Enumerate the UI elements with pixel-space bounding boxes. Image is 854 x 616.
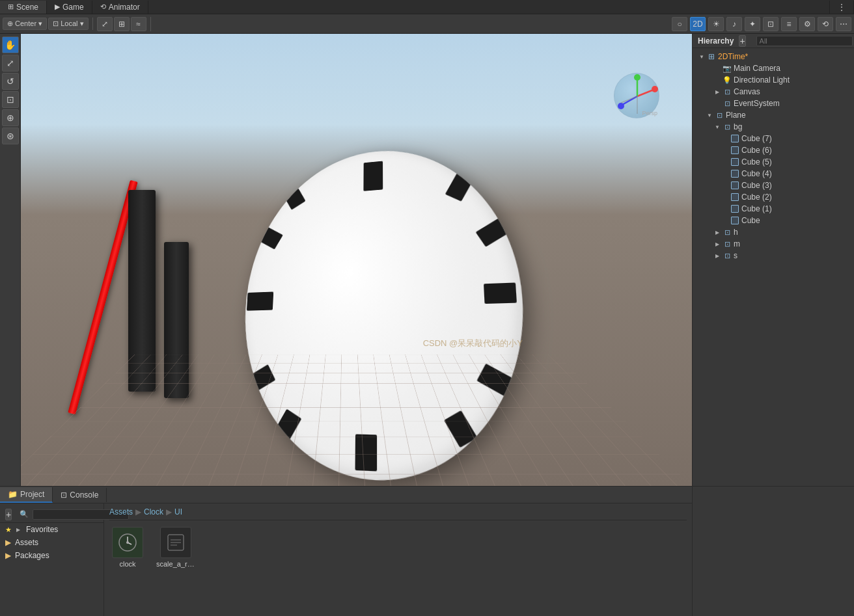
tree-cube-6[interactable]: Cube (6) bbox=[693, 144, 854, 156]
stats-btn[interactable]: ≡ bbox=[781, 17, 797, 31]
tree-cube-4[interactable]: Cube (4) bbox=[693, 168, 854, 180]
tree-bg[interactable]: ▼ ⊡ bg bbox=[693, 121, 854, 133]
console-tab-label: Console bbox=[70, 490, 98, 500]
move-tool[interactable]: ⤢ bbox=[2, 55, 19, 72]
svg-point-11 bbox=[126, 541, 129, 544]
s-arrow: ▶ bbox=[713, 252, 721, 260]
tree-cube[interactable]: Cube bbox=[693, 215, 854, 226]
rect-tool[interactable]: ⊡ bbox=[2, 91, 19, 108]
project-panel: 📁 Project ⊡ Console + 🔍 ★ ▶ Favorites bbox=[0, 487, 692, 616]
cube4-icon bbox=[730, 169, 739, 178]
asset-scale[interactable]: scale_a_roma_1_aaa bbox=[154, 524, 198, 570]
tree-cube-5[interactable]: Cube (5) bbox=[693, 156, 854, 168]
breadcrumb-clock[interactable]: Clock bbox=[144, 507, 163, 516]
hierarchy-search[interactable] bbox=[756, 36, 853, 46]
tab-animator[interactable]: ⟲ Animator bbox=[92, 1, 148, 14]
cube1-arrow bbox=[721, 205, 729, 213]
cube2-icon bbox=[730, 193, 739, 202]
m-arrow: ▶ bbox=[713, 240, 721, 248]
bottom-area: 📁 Project ⊡ Console + 🔍 ★ ▶ Favorites bbox=[0, 486, 854, 616]
tree-directional-light[interactable]: 💡 Directional Light bbox=[693, 74, 854, 86]
sidebar-assets[interactable]: ▶ Assets bbox=[0, 536, 103, 549]
bg-icon: ⊡ bbox=[723, 122, 732, 131]
eventsystem-arrow bbox=[713, 100, 721, 107]
tree-cube-1[interactable]: Cube (1) bbox=[693, 203, 854, 215]
breadcrumb-ui[interactable]: UI bbox=[174, 507, 182, 516]
tree-s[interactable]: ▶ ⊡ s bbox=[693, 250, 854, 261]
main-toolbar: ⊕ Center ▾ ⊡ Local ▾ ⤢ ⊞ ≈ ○ 2D ☀ ♪ ✦ ⊡ … bbox=[0, 14, 854, 34]
cube3-arrow bbox=[721, 181, 729, 189]
cube-1-label: Cube (1) bbox=[741, 204, 772, 213]
project-add-btn[interactable]: + bbox=[5, 509, 12, 520]
h-icon: ⊡ bbox=[723, 228, 732, 237]
cube6-arrow bbox=[721, 146, 729, 154]
tree-cube-7[interactable]: Cube (7) bbox=[693, 133, 854, 144]
center-button[interactable]: ⊕ Center ▾ bbox=[3, 18, 47, 30]
render-btn[interactable]: ⟲ bbox=[818, 17, 833, 31]
local-button[interactable]: ⊡ Local ▾ bbox=[48, 18, 88, 30]
project-panel-header: 📁 Project ⊡ Console bbox=[0, 487, 692, 503]
scene-view-btn[interactable]: ⊡ bbox=[763, 17, 778, 31]
wave-btn[interactable]: ≈ bbox=[131, 17, 146, 31]
hour-hand-object bbox=[128, 190, 156, 392]
sidebar-favorites[interactable]: ★ ▶ Favorites bbox=[0, 523, 103, 536]
tree-cube-2[interactable]: Cube (2) bbox=[693, 191, 854, 203]
tree-main-camera[interactable]: 📷 Main Camera bbox=[693, 62, 854, 74]
hierarchy-title: Hierarchy bbox=[698, 36, 734, 46]
tab-game[interactable]: ▶ Game bbox=[47, 1, 92, 14]
asset-scale-label: scale_a_roma_1_aaa bbox=[156, 560, 195, 568]
cube-3-label: Cube (3) bbox=[741, 181, 772, 190]
tab-scene[interactable]: ⊞ Scene bbox=[0, 1, 47, 14]
tree-m[interactable]: ▶ ⊡ m bbox=[693, 238, 854, 250]
tab-console[interactable]: ⊡ Console bbox=[53, 488, 107, 502]
animator-tab-icon: ⟲ bbox=[100, 3, 106, 11]
tab-project[interactable]: 📁 Project bbox=[0, 487, 53, 503]
hierarchy-add-btn[interactable]: + bbox=[739, 35, 745, 47]
rotate-tool[interactable]: ↺ bbox=[2, 73, 19, 90]
custom-tool[interactable]: ⊛ bbox=[2, 127, 19, 144]
assets-folder-icon: ▶ bbox=[5, 538, 11, 547]
project-tab-icon: 📁 bbox=[8, 490, 18, 499]
2d-button[interactable]: 2D bbox=[690, 17, 706, 31]
audio-btn[interactable]: ♪ bbox=[726, 17, 742, 31]
packages-label: Packages bbox=[15, 551, 49, 560]
canvas-label: Canvas bbox=[734, 87, 760, 96]
m-label: m bbox=[734, 239, 740, 248]
tree-eventsystem[interactable]: ⊡ EventSystem bbox=[693, 98, 854, 109]
cube4-arrow bbox=[721, 170, 729, 178]
bg-arrow: ▼ bbox=[713, 123, 721, 131]
gizmo-sphere: Persp bbox=[614, 73, 659, 118]
move-tool-btn[interactable]: ⤢ bbox=[97, 17, 113, 31]
light-arrow bbox=[713, 76, 721, 84]
light-btn[interactable]: ☀ bbox=[708, 17, 724, 31]
scene-gizmo[interactable]: Persp bbox=[614, 73, 659, 118]
sphere-btn[interactable]: ○ bbox=[672, 17, 687, 31]
tree-cube-3[interactable]: Cube (3) bbox=[693, 180, 854, 191]
scene-viewport[interactable]: ✋ ⤢ ↺ ⊡ ⊕ ⊛ bbox=[0, 34, 692, 486]
transform-tool[interactable]: ⊕ bbox=[2, 109, 19, 126]
tools-panel: ✋ ⤢ ↺ ⊡ ⊕ ⊛ bbox=[0, 34, 21, 486]
breadcrumb-assets[interactable]: Assets bbox=[109, 507, 133, 516]
console-panel bbox=[692, 487, 854, 616]
cube-6-label: Cube (6) bbox=[741, 146, 772, 155]
sidebar-packages[interactable]: ▶ Packages bbox=[0, 549, 103, 562]
hand-tool[interactable]: ✋ bbox=[2, 36, 19, 53]
asset-clock[interactable]: clock bbox=[109, 524, 146, 570]
asset-scale-thumb bbox=[160, 527, 191, 558]
tree-canvas[interactable]: ▶ ⊡ Canvas bbox=[693, 86, 854, 98]
tree-scene-root[interactable]: ▼ ⊞ 2DTime* bbox=[693, 51, 854, 62]
more-menu-btn[interactable]: ⋮ bbox=[829, 1, 854, 14]
scene-tab-label: Scene bbox=[16, 3, 38, 12]
bg-label: bg bbox=[734, 122, 742, 131]
animator-tab-label: Animator bbox=[109, 3, 140, 12]
grid-btn[interactable]: ⊞ bbox=[114, 17, 130, 31]
tree-plane[interactable]: ▼ ⊡ Plane bbox=[693, 109, 854, 121]
fx-btn[interactable]: ✦ bbox=[745, 17, 760, 31]
more-btn[interactable]: ⋯ bbox=[836, 17, 851, 31]
game-tab-label: Game bbox=[62, 3, 84, 12]
clock-face-object bbox=[236, 139, 535, 486]
top-tabs-row: ⊞ Scene ▶ Game ⟲ Animator ⋮ bbox=[0, 0, 854, 14]
gizmo-btn[interactable]: ⚙ bbox=[799, 17, 815, 31]
tree-h[interactable]: ▶ ⊡ h bbox=[693, 226, 854, 238]
eventsystem-label: EventSystem bbox=[734, 99, 780, 108]
